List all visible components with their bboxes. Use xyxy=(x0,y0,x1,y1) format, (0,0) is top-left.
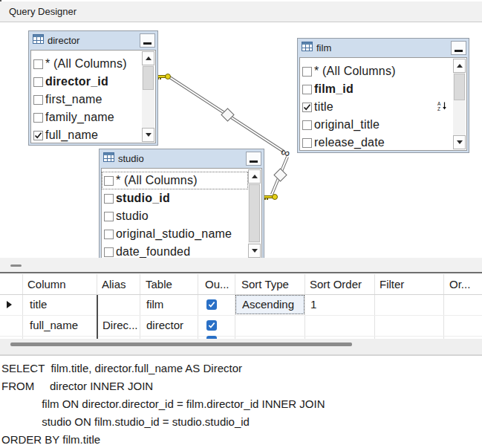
criteria-grid: Column Alias Table Ou... Sort Type Sort … xyxy=(0,274,482,339)
table-column-list: * (All Columns) studio_id studio origina… xyxy=(101,168,262,259)
output-checkbox-checked[interactable] xyxy=(206,320,217,331)
key-icon xyxy=(157,72,171,81)
scrollbar-thumb[interactable] xyxy=(143,66,154,90)
grid-header-output[interactable]: Ou... xyxy=(205,274,229,294)
checkbox-unchecked[interactable] xyxy=(302,67,312,77)
table-window-header-studio[interactable]: studio xyxy=(100,149,264,167)
svg-text:Z: Z xyxy=(437,106,440,111)
sql-line: film ON director.director_id = film.dire… xyxy=(1,395,482,413)
horizontal-scrollbar[interactable] xyxy=(0,339,482,356)
scroll-up-button[interactable] xyxy=(248,169,261,184)
checkbox-unchecked[interactable] xyxy=(33,77,43,87)
checkbox-unchecked[interactable] xyxy=(33,113,43,123)
record-selector-arrow[interactable] xyxy=(7,301,12,308)
vertical-scrollbar[interactable] xyxy=(142,51,154,142)
scroll-up-button[interactable] xyxy=(453,59,466,73)
sql-line: ORDER BY film.title xyxy=(1,431,482,448)
grid-cell-column[interactable]: full_name xyxy=(30,315,78,336)
sort-ascending-icon: AZ xyxy=(437,100,447,114)
vertical-scrollbar[interactable] xyxy=(453,59,466,149)
table-window-header-film[interactable]: film xyxy=(298,39,469,56)
table-icon xyxy=(103,152,114,164)
table-column-list: * (All Columns) film_id title AZ origina… xyxy=(299,57,467,151)
checkbox-unchecked[interactable] xyxy=(104,247,114,257)
grid-header-filter[interactable]: Filter xyxy=(380,274,404,294)
column-row[interactable]: original_title xyxy=(300,116,453,134)
checkbox-unchecked[interactable] xyxy=(104,194,114,204)
checkbox-unchecked[interactable] xyxy=(104,212,114,221)
minimize-button[interactable] xyxy=(140,33,155,48)
column-row[interactable]: first_name xyxy=(31,91,142,108)
scrollbar-thumb[interactable] xyxy=(249,184,260,242)
vertical-scrollbar[interactable] xyxy=(248,169,261,258)
page-title: Query Designer xyxy=(9,6,76,17)
query-designer-window: Query Designer ∞ director * (All Columns… xyxy=(0,0,482,448)
grid-header-or[interactable]: Or... xyxy=(449,274,470,294)
column-row[interactable]: original_studio_name xyxy=(102,225,248,243)
column-row[interactable]: studio_id xyxy=(102,189,248,207)
grid-cell-alias[interactable]: Direc... xyxy=(102,315,138,336)
grid-cell-table[interactable]: film xyxy=(146,294,163,315)
column-row[interactable]: title AZ xyxy=(300,98,453,116)
column-divider[interactable] xyxy=(97,295,98,339)
checkbox-checked[interactable] xyxy=(33,131,43,140)
checkbox-unchecked[interactable] xyxy=(302,120,312,130)
table-window-director[interactable]: director * (All Columns) director_id fir… xyxy=(28,30,158,146)
column-row[interactable]: release_date xyxy=(300,134,453,151)
sql-line: SELECT film.title, director.full_name AS… xyxy=(1,360,482,377)
scroll-down-button[interactable] xyxy=(248,244,261,258)
table-window-studio[interactable]: studio * (All Columns) studio_id studio … xyxy=(99,149,264,262)
grid-cell-sort-type[interactable]: Ascending xyxy=(235,295,304,314)
column-row[interactable]: full_name xyxy=(31,126,142,143)
column-row[interactable]: * (All Columns) xyxy=(31,55,142,73)
column-row[interactable]: date_founded xyxy=(102,243,248,259)
column-row[interactable]: film_id xyxy=(300,80,453,98)
sql-pane[interactable]: SELECT film.title, director.full_name AS… xyxy=(0,357,482,448)
table-title: director xyxy=(48,35,79,46)
grid-header-sort-type[interactable]: Sort Type xyxy=(241,274,289,294)
output-checkbox-checked[interactable] xyxy=(206,299,217,310)
splitter-handle[interactable] xyxy=(10,264,22,267)
checkbox-checked[interactable] xyxy=(302,103,312,112)
grid-cell-column[interactable]: title xyxy=(30,294,47,315)
column-row[interactable]: director_id xyxy=(31,73,142,91)
table-window-film[interactable]: film * (All Columns) film_id title AZ or… xyxy=(297,38,469,153)
hscrollbar-thumb[interactable] xyxy=(10,343,352,346)
table-window-header-director[interactable]: director xyxy=(29,31,157,49)
minimize-button[interactable] xyxy=(246,152,261,166)
table-title: film xyxy=(316,42,331,53)
checkbox-unchecked[interactable] xyxy=(302,85,312,94)
column-row[interactable]: * (All Columns) xyxy=(300,62,453,80)
checkbox-unchecked[interactable] xyxy=(302,138,312,148)
grid-header-column[interactable]: Column xyxy=(27,274,66,294)
minimize-button[interactable] xyxy=(451,41,466,55)
grid-cell-table[interactable]: director xyxy=(146,315,183,336)
grid-header-sort-order[interactable]: Sort Order xyxy=(310,274,362,294)
column-row[interactable]: studio xyxy=(102,207,248,225)
checkbox-unchecked[interactable] xyxy=(33,95,43,105)
sql-line: FROM director INNER JOIN xyxy=(1,377,482,395)
table-icon xyxy=(33,34,44,46)
grid-header-table[interactable]: Table xyxy=(146,274,172,294)
grid-header-alias[interactable]: Alias xyxy=(102,274,126,294)
column-row[interactable]: * (All Columns) xyxy=(102,172,248,189)
title-bar: Query Designer xyxy=(0,1,482,22)
key-icon xyxy=(264,192,278,201)
scrollbar-thumb[interactable] xyxy=(454,74,465,100)
table-title: studio xyxy=(118,153,144,164)
column-row[interactable]: family_name xyxy=(31,108,142,126)
table-column-list: * (All Columns) director_id first_name f… xyxy=(30,50,156,143)
scroll-down-button[interactable] xyxy=(142,128,154,142)
checkbox-unchecked[interactable] xyxy=(104,230,114,239)
grid-cell-sort-order[interactable]: 1 xyxy=(310,294,316,315)
scroll-down-button[interactable] xyxy=(453,135,466,149)
svg-text:A: A xyxy=(437,101,441,106)
scroll-up-button[interactable] xyxy=(142,51,154,65)
table-icon xyxy=(302,42,313,53)
checkbox-unchecked[interactable] xyxy=(33,59,43,69)
sql-line: studio ON film.studio_id = studio.studio… xyxy=(1,413,482,431)
pane-splitter[interactable] xyxy=(0,258,482,273)
checkbox-unchecked[interactable] xyxy=(104,176,114,186)
